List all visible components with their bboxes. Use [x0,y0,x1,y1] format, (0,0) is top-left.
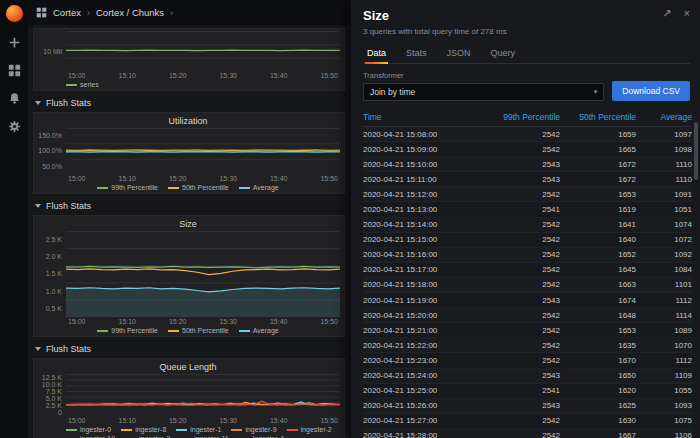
table-row: 2020-04-21 15:14:00 2542 1641 1074 [363,218,692,233]
x-tick-label: 15:50 [320,318,338,325]
cell-50th: 1653 [560,190,636,199]
legend-item[interactable]: 99th Percentile [97,184,158,191]
tab-stats[interactable]: Stats [404,44,429,63]
row-header-flush-stats-1[interactable]: Flush Stats [33,95,345,112]
cell-time: 2020-04-21 15:10:00 [363,160,484,169]
legend-item[interactable]: Average [239,327,279,334]
cell-50th: 1648 [560,311,636,320]
x-tick-label: 15:50 [320,72,338,79]
y-tick-label: 100.0% [38,147,62,154]
legend-item[interactable]: 50th Percentile [168,327,229,334]
breadcrumb-page[interactable]: Cortex / Chunks [96,7,164,18]
panel-title-queue-length[interactable]: Queue Length [36,361,340,374]
cell-99th: 2542 [484,145,560,154]
column-header-99th[interactable]: 99th Percentile [484,109,560,126]
cell-time: 2020-04-21 15:11:00 [363,175,484,184]
expand-drawer-icon[interactable]: ↗ [662,8,671,19]
legend-item[interactable]: ingester-8 [121,426,166,433]
dashboards-icon[interactable] [7,63,22,78]
cell-time: 2020-04-21 15:20:00 [363,311,484,320]
legend-item[interactable]: series [66,81,99,88]
cell-50th: 1619 [560,205,636,214]
top-plot-area[interactable] [66,31,340,71]
table-row: 2020-04-21 15:27:00 2542 1630 1075 [363,414,692,429]
legend-item[interactable]: ingester-9 [231,426,276,433]
table-row: 2020-04-21 15:15:00 2542 1640 1072 [363,233,692,248]
download-csv-button[interactable]: Download CSV [612,81,690,101]
utilization-x-axis: 15:0015:1015:2015:3015:4015:50 [66,174,340,182]
transformer-select[interactable]: Join by time ▾ [363,83,604,101]
cell-time: 2020-04-21 15:14:00 [363,220,484,229]
utilization-plot-area[interactable] [66,128,340,174]
x-tick-label: 15:30 [219,175,237,182]
chevron-down-icon: ▾ [594,88,598,96]
cell-time: 2020-04-21 15:27:00 [363,416,484,425]
legend-item[interactable]: Average [239,184,279,191]
dashboard-grid-icon[interactable] [36,7,47,18]
cell-average: 1074 [636,220,692,229]
legend-item[interactable]: ingester-1 [176,426,221,433]
cell-99th: 2542 [484,130,560,139]
row-header-flush-stats-2[interactable]: Flush Stats [33,198,345,215]
column-header-time[interactable]: Time [363,109,484,126]
cell-99th: 2542 [484,220,560,229]
cell-50th: 1653 [560,326,636,335]
legend-dash-icon [239,187,250,189]
legend-item[interactable]: 99th Percentile [97,327,158,334]
legend-item[interactable]: ingester-0 [66,426,111,433]
x-tick-label: 15:50 [320,175,338,182]
legend-dash-icon [121,429,132,431]
table-row: 2020-04-21 15:12:00 2542 1653 1091 [363,187,692,202]
cell-time: 2020-04-21 15:28:00 [363,431,484,438]
inspect-data-table: Time 99th Percentile 50th Percentile Ave… [351,109,700,438]
inspect-subtitle: 3 queries with total query time of 278 m… [363,27,690,36]
breadcrumb-root[interactable]: Cortex [53,7,81,18]
y-tick-label: 150.0% [38,132,62,139]
tab-data[interactable]: Data [365,44,388,63]
grafana-logo[interactable] [6,5,23,22]
drawer-scrollbar[interactable] [694,122,698,180]
queue-plot-area[interactable] [66,374,340,408]
tab-query[interactable]: Query [489,44,518,63]
x-tick-label: 15:20 [169,175,187,182]
cell-average: 1110 [636,175,692,184]
y-tick-label: 50.0% [42,163,62,170]
legend-item[interactable]: ingester-2 [287,426,332,433]
legend-item[interactable]: 50th Percentile [168,184,229,191]
top-x-axis: 15:0015:1015:2015:3015:4015:50 [66,71,340,79]
cell-time: 2020-04-21 15:22:00 [363,341,484,350]
column-header-average[interactable]: Average [636,109,692,126]
cell-average: 1097 [636,130,692,139]
size-plot-area[interactable] [66,231,340,317]
configuration-gear-icon[interactable] [7,119,22,134]
column-header-50th[interactable]: 50th Percentile [560,109,636,126]
cell-99th: 2542 [484,356,560,365]
row-header-label: Flush Stats [46,344,91,354]
table-row: 2020-04-21 15:13:00 2541 1619 1051 [363,202,692,217]
cell-average: 1093 [636,401,692,410]
cell-50th: 1670 [560,356,636,365]
transformer-selected-value: Join by time [370,87,415,97]
inspect-drawer: Size ↗ × 3 queries with total query time… [350,0,700,438]
size-x-axis: 15:0015:1015:2015:3015:4015:50 [66,317,340,325]
cell-50th: 1672 [560,160,636,169]
alerting-bell-icon[interactable] [7,91,22,106]
cell-99th: 2542 [484,250,560,259]
cell-time: 2020-04-21 15:23:00 [363,356,484,365]
cell-99th: 2542 [484,311,560,320]
cell-99th: 2542 [484,280,560,289]
cell-50th: 1635 [560,341,636,350]
y-tick-label: 2.5 K [46,236,62,243]
cell-average: 1106 [636,431,692,438]
create-plus-icon[interactable] [7,35,22,50]
panel-title-utilization[interactable]: Utilization [36,115,340,128]
panel-title-size[interactable]: Size [36,218,340,231]
cell-99th: 2542 [484,235,560,244]
y-tick-label: 7.5 K [46,388,62,395]
close-icon[interactable]: × [684,8,690,19]
row-header-flush-stats-3[interactable]: Flush Stats [33,341,345,358]
cell-99th: 2542 [484,326,560,335]
cell-99th: 2543 [484,401,560,410]
tab-json[interactable]: JSON [445,44,473,63]
x-tick-label: 15:00 [68,417,86,424]
